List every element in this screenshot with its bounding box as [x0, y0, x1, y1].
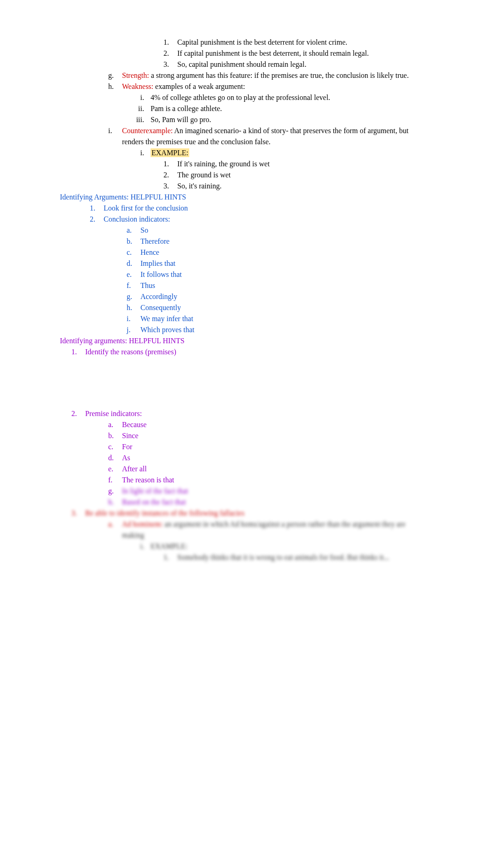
- list-text: Because: [122, 419, 429, 430]
- list-marker: f.: [127, 280, 140, 291]
- term-strength: Strength:: [122, 71, 149, 79]
- list-marker: 3.: [71, 508, 85, 519]
- list-item: 1. Look first for the conclusion: [90, 203, 429, 214]
- list-item: 1. Capital punishment is the best deterr…: [163, 37, 429, 48]
- list-marker: a.: [108, 519, 122, 541]
- list-text: Capital punishment is the best deterrent…: [177, 37, 429, 48]
- list-text: Strength: a strong argument has this fea…: [122, 70, 429, 81]
- blurred-text: Based on the fact that: [122, 497, 429, 508]
- list-marker: 2.: [90, 214, 104, 225]
- list-item: f. The reason is that: [108, 475, 429, 486]
- list-item: e. After all: [108, 463, 429, 475]
- list-marker: g.: [127, 291, 140, 302]
- list-marker: d.: [108, 452, 122, 463]
- list-text: Since: [122, 430, 429, 441]
- list-text: Which proves that: [140, 324, 429, 335]
- list-item: h. Weakness: examples of a weak argument…: [108, 81, 429, 92]
- list-marker: h.: [127, 302, 140, 313]
- list-item: a. So: [127, 225, 429, 236]
- list-text: It follows that: [140, 269, 429, 280]
- list-marker: a.: [127, 225, 140, 236]
- list-marker: j.: [127, 324, 140, 335]
- list-text: So, Pam will go pro.: [151, 114, 429, 125]
- list-item: c. Hence: [127, 247, 429, 258]
- list-item: 3. So, it's raining.: [163, 181, 429, 192]
- list-item: e. It follows that: [127, 269, 429, 280]
- list-marker: 1.: [163, 158, 177, 170]
- blank-spacer: [60, 358, 429, 408]
- section-title: Identifying Arguments: HELPFUL HINTS: [60, 192, 429, 203]
- list-text: Therefore: [140, 236, 429, 247]
- list-item: d. As: [108, 452, 429, 463]
- list-text: Premise indicators:: [85, 408, 429, 419]
- list-item: c. For: [108, 441, 429, 452]
- list-marker: a.: [108, 419, 122, 430]
- list-item: iii. So, Pam will go pro.: [127, 114, 429, 125]
- list-item: 1. Somebody thinks that it is wrong to e…: [163, 552, 429, 563]
- highlighted-example: EXAMPLE:: [151, 148, 189, 157]
- list-item: ii. Pam is a college athlete.: [127, 103, 429, 114]
- list-marker: i.: [127, 147, 151, 158]
- list-marker: 1.: [90, 203, 104, 214]
- list-text: Pam is a college athlete.: [151, 103, 429, 114]
- list-text: Hence: [140, 247, 429, 258]
- list-item: b. Since: [108, 430, 429, 441]
- list-marker: d.: [127, 258, 140, 269]
- list-marker: 2.: [163, 170, 177, 181]
- list-item: i. We may infer that: [127, 313, 429, 324]
- list-item: 1. Identify the reasons (premises): [71, 346, 429, 358]
- list-item: g. Accordingly: [127, 291, 429, 302]
- list-text: The ground is wet: [177, 170, 429, 181]
- list-marker: c.: [108, 441, 122, 452]
- list-marker: g.: [108, 486, 122, 497]
- list-item: 2. Premise indicators:: [71, 408, 429, 419]
- list-item: a. Because: [108, 419, 429, 430]
- list-text: Implies that: [140, 258, 429, 269]
- list-text: EXAMPLE:: [151, 147, 429, 158]
- list-item: i. EXAMPLE:: [127, 541, 429, 552]
- list-item: h. Based on the fact that: [108, 497, 429, 508]
- list-item: 1. If it's raining, the ground is wet: [163, 158, 429, 170]
- blurred-text: Somebody thinks that it is wrong to eat …: [177, 552, 429, 563]
- list-text: So: [140, 225, 429, 236]
- list-text: Look first for the conclusion: [104, 203, 429, 214]
- list-marker: ii.: [127, 103, 151, 114]
- list-item: 2. If capital punishment is the best det…: [163, 48, 429, 59]
- blurred-text: In light of the fact that: [122, 486, 429, 497]
- list-marker: i.: [127, 313, 140, 324]
- list-marker: e.: [127, 269, 140, 280]
- list-text: For: [122, 441, 429, 452]
- list-item: b. Therefore: [127, 236, 429, 247]
- list-text: If it's raining, the ground is wet: [177, 158, 429, 170]
- list-marker: c.: [127, 247, 140, 258]
- section-title: Identifying arguments: HELPFUL HINTS: [60, 335, 429, 346]
- list-marker: b.: [127, 236, 140, 247]
- list-text: Conclusion indicators:: [104, 214, 429, 225]
- term-weakness: Weakness:: [122, 82, 153, 90]
- list-marker: i.: [127, 541, 151, 552]
- list-item: 3. So, capital punishment should remain …: [163, 59, 429, 70]
- list-text: Thus: [140, 280, 429, 291]
- list-marker: 2.: [163, 48, 177, 59]
- list-item: i. EXAMPLE:: [127, 147, 429, 158]
- list-marker: i.: [127, 92, 151, 103]
- list-text: 4% of college athletes go on to play at …: [151, 92, 429, 103]
- list-marker: 1.: [163, 37, 177, 48]
- term-counterexample: Counterexample:: [122, 127, 173, 135]
- list-marker: 3.: [163, 181, 177, 192]
- list-text: Consequently: [140, 302, 429, 313]
- list-text: As: [122, 452, 429, 463]
- list-item: 2. The ground is wet: [163, 170, 429, 181]
- list-marker: i.: [108, 125, 122, 147]
- list-item: 3. Be able to identify instances of the …: [71, 508, 429, 519]
- list-item: 2. Conclusion indicators:: [90, 214, 429, 225]
- list-item: a. Ad hominem: an argument in which Ad h…: [108, 519, 429, 541]
- list-item: d. Implies that: [127, 258, 429, 269]
- list-text: Accordingly: [140, 291, 429, 302]
- list-marker: iii.: [127, 114, 151, 125]
- list-text: The reason is that: [122, 475, 429, 486]
- list-marker: h.: [108, 81, 122, 92]
- list-item: f. Thus: [127, 280, 429, 291]
- list-text: Weakness: examples of a weak argument:: [122, 81, 429, 92]
- list-text: Identify the reasons (premises): [85, 346, 429, 358]
